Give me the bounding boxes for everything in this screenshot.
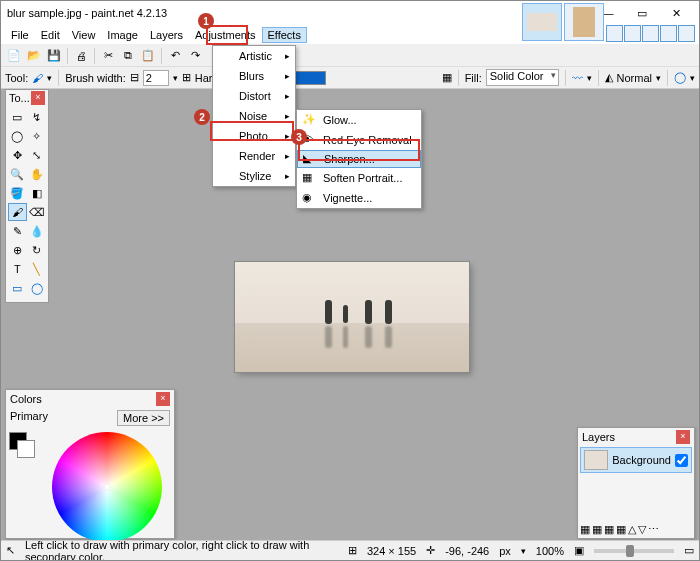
doc-thumbnails <box>522 1 604 43</box>
tool-shapes[interactable]: ◯ <box>28 279 47 297</box>
tool-brush-icon[interactable]: 🖌 <box>32 72 43 84</box>
menu-effects[interactable]: Effects <box>262 27 307 43</box>
tool-lasso[interactable]: ↯ <box>28 108 47 126</box>
tool-pan[interactable]: ✋ <box>28 165 47 183</box>
tool-rectangle[interactable]: ▭ <box>8 279 27 297</box>
colors-toggle-icon[interactable] <box>660 25 677 42</box>
tool-magic-wand[interactable]: ✧ <box>28 127 47 145</box>
menu-image[interactable]: Image <box>101 27 144 43</box>
tools-title: To... <box>9 92 30 104</box>
layer-add-icon[interactable]: ▦ <box>580 523 590 536</box>
tool-text[interactable]: T <box>8 260 27 278</box>
tool-fill[interactable]: 🪣 <box>8 184 27 202</box>
layers-close[interactable]: × <box>676 430 690 444</box>
colors-more-button[interactable]: More >> <box>117 410 170 426</box>
new-icon[interactable]: 📄 <box>5 47 23 65</box>
open-icon[interactable]: 📂 <box>25 47 43 65</box>
copy-icon[interactable]: ⧉ <box>119 47 137 65</box>
effects-noise[interactable]: Noise▸ <box>213 106 295 126</box>
tool-move-selection[interactable]: ⤡ <box>28 146 47 164</box>
antialias-icon[interactable]: 〰 <box>572 72 583 84</box>
zoom-slider[interactable] <box>594 549 674 553</box>
canvas[interactable] <box>235 262 469 372</box>
thumb-1[interactable] <box>522 3 562 41</box>
tool-move[interactable]: ✥ <box>8 146 27 164</box>
color-wheel[interactable] <box>52 432 162 542</box>
photo-soften[interactable]: ▦Soften Portrait... <box>297 168 421 188</box>
effects-blurs[interactable]: Blurs▸ <box>213 66 295 86</box>
layer-dup-icon[interactable]: ▦ <box>604 523 614 536</box>
effects-artistic[interactable]: Artistic▸ <box>213 46 295 66</box>
menu-edit[interactable]: Edit <box>35 27 66 43</box>
maximize-button[interactable]: ▭ <box>625 2 659 24</box>
menu-view[interactable]: View <box>66 27 102 43</box>
alpha-icon[interactable]: ▦ <box>442 71 452 84</box>
layer-merge-icon[interactable]: ▦ <box>616 523 626 536</box>
layer-props-icon[interactable]: ⋯ <box>648 523 659 536</box>
layer-row[interactable]: Background <box>580 447 692 473</box>
menu-file[interactable]: File <box>5 27 35 43</box>
thumb-2[interactable] <box>564 3 604 41</box>
tool-line[interactable]: ╲ <box>28 260 47 278</box>
tool-eraser[interactable]: ⌫ <box>28 203 47 221</box>
effects-distort[interactable]: Distort▸ <box>213 86 295 106</box>
close-button[interactable]: ✕ <box>659 2 693 24</box>
layer-up-icon[interactable]: △ <box>628 523 636 536</box>
effects-stylize[interactable]: Stylize▸ <box>213 166 295 186</box>
vignette-icon: ◉ <box>302 191 316 205</box>
tool-color-picker[interactable]: 💧 <box>28 222 47 240</box>
redo-icon[interactable]: ↷ <box>186 47 204 65</box>
brush-inc[interactable]: ⊞ <box>182 71 191 84</box>
brush-width-input[interactable] <box>143 70 169 86</box>
tool-gradient[interactable]: ◧ <box>28 184 47 202</box>
status-hint: Left click to draw with primary color, r… <box>25 539 338 562</box>
fill-select[interactable]: Solid Color <box>486 69 559 86</box>
photo-redeye[interactable]: 👁Red Eye Removal <box>297 130 421 150</box>
layer-opacity-icon[interactable]: ◯ <box>674 71 686 84</box>
main-toolbar: 📄 📂 💾 🖨 ✂ ⧉ 📋 ↶ ↷ <box>1 45 699 67</box>
zoom-actual-icon[interactable]: ▭ <box>684 544 694 557</box>
photo-glow[interactable]: ✨Glow... <box>297 110 421 130</box>
undo-icon[interactable]: ↶ <box>166 47 184 65</box>
history-toggle-icon[interactable] <box>624 25 641 42</box>
layers-toggle-icon[interactable] <box>642 25 659 42</box>
layer-visible-checkbox[interactable] <box>675 454 688 467</box>
settings-icon[interactable] <box>678 25 695 42</box>
layer-name: Background <box>612 454 671 466</box>
cut-icon[interactable]: ✂ <box>99 47 117 65</box>
tool-pencil[interactable]: ✎ <box>8 222 27 240</box>
tool-rect-select[interactable]: ▭ <box>8 108 27 126</box>
tool-label: Tool: <box>5 72 28 84</box>
tools-panel: To...× ▭ ↯ ◯ ✧ ✥ ⤡ 🔍 ✋ 🪣 ◧ 🖌 ⌫ ✎ 💧 ⊕ ↻ T… <box>5 89 49 303</box>
effects-photo[interactable]: Photo▸ <box>213 126 295 146</box>
menu-adjustments[interactable]: Adjustments <box>189 27 262 43</box>
layer-down-icon[interactable]: ▽ <box>638 523 646 536</box>
tool-paintbrush[interactable]: 🖌 <box>8 203 27 221</box>
photo-sharpen[interactable]: ◣Sharpen... <box>297 150 421 168</box>
brush-dec[interactable]: ⊟ <box>130 71 139 84</box>
cursor-toggle-icon[interactable] <box>606 25 623 42</box>
colors-title: Colors <box>10 393 42 405</box>
menu-layers[interactable]: Layers <box>144 27 189 43</box>
colors-primary-select[interactable]: Primary <box>10 410 114 426</box>
photo-vignette[interactable]: ◉Vignette... <box>297 188 421 208</box>
blend-icon[interactable]: ◭ <box>605 71 613 84</box>
secondary-color-swatch[interactable] <box>17 440 35 458</box>
colors-panel: Colors× Primary More >> <box>5 389 175 539</box>
tools-close[interactable]: × <box>31 91 45 105</box>
sharpen-icon: ◣ <box>303 152 317 166</box>
colors-close[interactable]: × <box>156 392 170 406</box>
effects-render[interactable]: Render▸ <box>213 146 295 166</box>
paste-icon[interactable]: 📋 <box>139 47 157 65</box>
tool-zoom[interactable]: 🔍 <box>8 165 27 183</box>
tool-clone[interactable]: ⊕ <box>8 241 27 259</box>
layer-thumb-icon <box>584 450 608 470</box>
status-cursor: -96, -246 <box>445 545 489 557</box>
photo-submenu: ✨Glow... 👁Red Eye Removal ◣Sharpen... ▦S… <box>296 109 422 209</box>
zoom-fit-icon[interactable]: ▣ <box>574 544 584 557</box>
save-icon[interactable]: 💾 <box>45 47 63 65</box>
tool-recolor[interactable]: ↻ <box>28 241 47 259</box>
tool-ellipse-select[interactable]: ◯ <box>8 127 27 145</box>
print-icon[interactable]: 🖨 <box>72 47 90 65</box>
layer-delete-icon[interactable]: ▦ <box>592 523 602 536</box>
